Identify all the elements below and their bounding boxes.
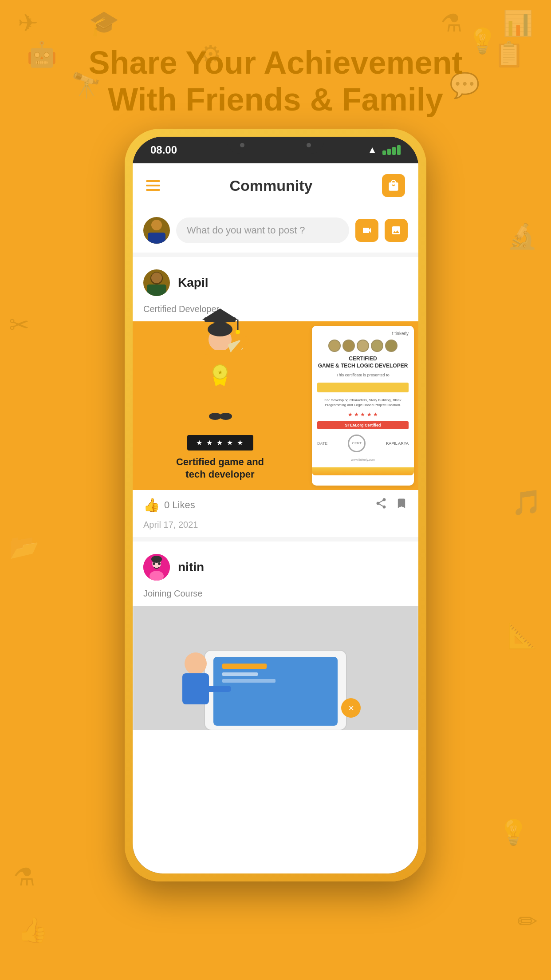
bag-svg-icon xyxy=(387,179,400,192)
cert-banner: STEM.org Certified xyxy=(317,421,409,429)
nitin-user-row: nitin xyxy=(133,546,418,589)
svg-text:✕: ✕ xyxy=(348,704,354,712)
post-card-1: Kapil Certified Developer xyxy=(133,261,418,537)
cert-icons-row xyxy=(317,340,409,352)
kapil-avatar xyxy=(143,269,170,296)
certificate-card: t tinkerly CERTIFIEDGAME & TECH LOGIC DE… xyxy=(312,326,414,486)
post-text-input[interactable]: What do you want to post ? xyxy=(176,217,349,243)
notch-sensor xyxy=(307,143,311,147)
phone-mockup: 08.00 ▲ xyxy=(125,129,426,881)
svg-rect-34 xyxy=(222,679,276,683)
svg-rect-17 xyxy=(221,388,231,415)
status-bar: 08.00 ▲ xyxy=(133,137,418,163)
svg-point-5 xyxy=(151,273,162,283)
battery-icon xyxy=(382,145,401,155)
svg-text:★: ★ xyxy=(218,369,223,375)
post-card-2: nitin Joining Course xyxy=(133,546,418,730)
cert-name-bar xyxy=(317,383,409,392)
svg-point-19 xyxy=(220,413,232,420)
cert-bottom-row: DATE CERT KAPIL ARYA xyxy=(317,435,409,452)
page-title: Community xyxy=(230,177,313,194)
phone-screen-container: 08.00 ▲ xyxy=(133,137,418,873)
svg-point-11 xyxy=(208,322,232,336)
likes-section: 👍 0 Likes xyxy=(143,497,195,513)
bookmark-icon[interactable] xyxy=(395,497,408,513)
svg-point-35 xyxy=(185,652,207,675)
action-icons xyxy=(375,497,408,513)
post-user-row: Kapil xyxy=(133,261,418,304)
notch xyxy=(227,137,324,154)
cert-footer: www.tinkerly.com xyxy=(317,456,409,461)
avatar-svg xyxy=(143,217,170,244)
nitin-avatar-svg xyxy=(143,554,170,581)
post-user-avatar xyxy=(143,269,170,296)
cert-signature: KAPIL ARYA xyxy=(386,441,409,446)
svg-point-9 xyxy=(236,330,240,334)
post-username: Kapil xyxy=(178,276,208,290)
svg-rect-33 xyxy=(222,672,258,676)
cert-stars: ★ ★ ★ ★ ★ xyxy=(317,411,409,418)
current-user-avatar xyxy=(143,217,170,244)
cert-description: For Developing Characters, Story Buildin… xyxy=(317,398,409,407)
menu-line-1 xyxy=(146,180,160,182)
nitin-post-image: ✕ xyxy=(133,606,418,730)
graduate-svg: ★ xyxy=(180,306,260,431)
svg-point-28 xyxy=(151,556,162,563)
cert-title: CERTIFIEDGAME & TECH LOGIC DEVELOPER xyxy=(317,356,409,369)
trophy-figure: ★ xyxy=(180,306,260,431)
post-actions-bar: 👍 0 Likes xyxy=(133,490,418,520)
svg-rect-16 xyxy=(210,388,220,415)
stars-bar: ★★★★★ xyxy=(187,435,253,450)
notch-camera xyxy=(240,143,244,147)
post-input-area: What do you want to post ? xyxy=(133,208,418,253)
cert-subtitle: This certificate is presented to xyxy=(317,373,409,377)
cert-date: DATE xyxy=(317,441,327,446)
svg-rect-32 xyxy=(222,664,267,669)
svg-line-15 xyxy=(196,357,206,368)
status-indicators: ▲ xyxy=(367,144,401,156)
cert-wave-bottom xyxy=(312,467,414,475)
menu-line-3 xyxy=(146,189,160,191)
divider-1 xyxy=(133,253,418,257)
post-caption: Certified game andtech developer xyxy=(176,456,264,481)
course-illustration: ✕ xyxy=(133,606,418,730)
svg-point-27 xyxy=(158,562,161,565)
svg-rect-37 xyxy=(196,686,231,692)
cert-seal: CERT xyxy=(348,435,366,452)
image-upload-button[interactable] xyxy=(385,219,408,242)
app-header: Community xyxy=(133,163,418,208)
status-time: 08.00 xyxy=(150,144,177,156)
svg-rect-4 xyxy=(147,285,166,296)
svg-point-2 xyxy=(151,220,162,230)
post-date: April 17, 2021 xyxy=(133,520,418,537)
hamburger-menu[interactable] xyxy=(146,180,160,191)
nitin-username: nitin xyxy=(178,560,204,574)
hero-title: Share Your Achievement With Friends & Fa… xyxy=(0,44,551,118)
nitin-subtitle: Joining Course xyxy=(133,589,418,606)
bag-button[interactable] xyxy=(382,174,405,197)
achievement-graphic-left: ★ ★★★★★ Certified game andtech developer xyxy=(133,321,307,490)
wifi-icon: ▲ xyxy=(367,144,377,156)
svg-rect-1 xyxy=(148,233,165,244)
hero-section: Share Your Achievement With Friends & Fa… xyxy=(0,44,551,118)
cert-brand: t tinkerly xyxy=(317,331,409,336)
post-achievement-image: ★ ★★★★★ Certified game andtech developer xyxy=(133,321,418,490)
screen-content: Community xyxy=(133,163,418,873)
svg-point-18 xyxy=(209,413,221,420)
menu-line-2 xyxy=(146,185,160,186)
image-icon xyxy=(391,225,401,236)
phone-frame: 08.00 ▲ xyxy=(125,129,426,881)
like-icon[interactable]: 👍 xyxy=(143,497,160,513)
share-icon[interactable] xyxy=(375,497,387,513)
divider-2 xyxy=(133,537,418,541)
video-camera-icon xyxy=(362,225,372,236)
svg-point-26 xyxy=(153,562,155,565)
nitin-avatar xyxy=(143,554,170,581)
video-upload-button[interactable] xyxy=(355,219,378,242)
likes-count: 0 Likes xyxy=(164,499,195,511)
post-subtitle: Certified Developer xyxy=(133,304,418,321)
